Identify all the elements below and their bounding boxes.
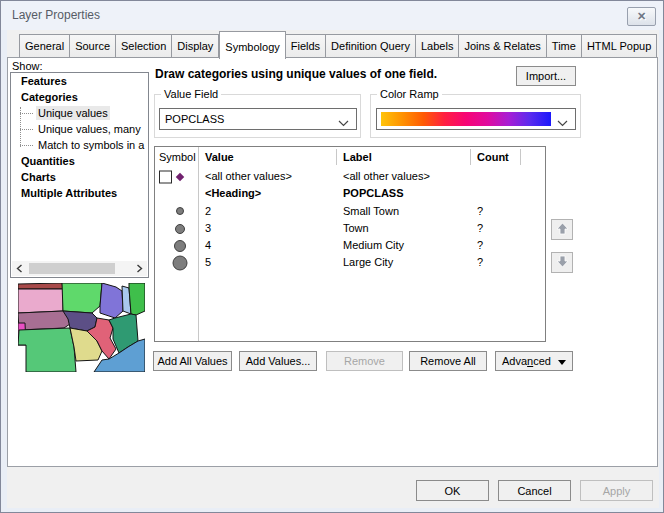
table-row[interactable]: <Heading>POPCLASS: [155, 185, 545, 202]
cell-count: ?: [477, 220, 483, 237]
tab-time[interactable]: Time: [547, 34, 582, 58]
table-row[interactable]: 4Medium City?: [155, 237, 545, 254]
table-row[interactable]: 5Large City?: [155, 254, 545, 271]
circle-symbol-icon: [173, 256, 188, 271]
tree-item-match-to-symbols-in-a[interactable]: Match to symbols in a: [11, 137, 148, 153]
tree-item-label: Match to symbols in a: [36, 138, 146, 152]
add-all-values-button[interactable]: Add All Values: [153, 351, 232, 371]
column-separator: [520, 149, 521, 165]
tree-item-label: Unique values, many: [36, 122, 143, 136]
cell-label: Small Town: [343, 203, 399, 220]
arrow-down-icon: [556, 255, 569, 270]
import-button[interactable]: Import...: [516, 66, 576, 86]
table-row[interactable]: <all other values><all other values>: [155, 168, 545, 185]
layer-preview-map: [18, 283, 145, 372]
cell-label: POPCLASS: [343, 185, 404, 202]
map-region-kansas: [18, 328, 76, 372]
unique-values-table[interactable]: SymbolValueLabelCount <all other values>…: [154, 146, 546, 342]
tab-symbology[interactable]: Symbology: [219, 31, 285, 59]
diamond-symbol-icon: [176, 172, 184, 180]
move-down-button[interactable]: [551, 252, 573, 273]
table-row[interactable]: 2Small Town?: [155, 203, 545, 220]
map-region-minnesota: [62, 283, 102, 313]
tab-joins-relates[interactable]: Joins & Relates: [459, 34, 546, 58]
scroll-left-icon[interactable]: [12, 261, 27, 276]
symbology-tab-page: Show: FeaturesCategoriesUnique valuesUni…: [7, 57, 658, 467]
column-header-count: Count: [477, 151, 509, 163]
tab-display[interactable]: Display: [172, 34, 219, 58]
color-ramp-gradient: [381, 112, 551, 126]
color-ramp-group: Color Ramp: [370, 94, 581, 138]
tree-item-label: Unique values: [36, 106, 110, 120]
cell-count: ?: [477, 237, 483, 254]
tab-fields[interactable]: Fields: [286, 34, 326, 58]
ok-button[interactable]: OK: [416, 480, 489, 501]
cell-value: 3: [205, 220, 211, 237]
tree-item-categories[interactable]: Categories: [11, 89, 148, 105]
tree-item-multiple-attributes[interactable]: Multiple Attributes: [11, 185, 148, 201]
show-tree-list[interactable]: FeaturesCategoriesUnique valuesUnique va…: [10, 72, 149, 278]
column-header-label: Label: [343, 151, 372, 163]
tree-item-unique-values-many[interactable]: Unique values, many: [11, 121, 148, 137]
tree-item-features[interactable]: Features: [11, 73, 148, 89]
cell-label: Town: [343, 220, 369, 237]
map-region-nebraska: [18, 311, 70, 330]
tree-item-label: Categories: [19, 90, 80, 104]
cell-count: ?: [477, 254, 483, 271]
value-field-group: Value Field POPCLASS: [154, 94, 361, 138]
advanced-button[interactable]: Advanced: [495, 351, 573, 371]
value-field-selected: POPCLASS: [160, 113, 356, 125]
tab-general[interactable]: General: [19, 34, 70, 58]
cell-label: <all other values>: [343, 168, 430, 185]
column-separator: [336, 149, 337, 165]
value-field-dropdown[interactable]: POPCLASS: [159, 108, 357, 130]
remove-all-button[interactable]: Remove All: [409, 351, 487, 371]
close-icon: ✕: [637, 10, 646, 23]
tree-item-label: Features: [19, 74, 69, 88]
map-region-north-dakota: [18, 283, 63, 289]
cell-value: 4: [205, 237, 211, 254]
map-region-south-dakota: [18, 289, 63, 313]
tab-labels[interactable]: Labels: [416, 34, 459, 58]
cell-value: <Heading>: [205, 185, 261, 202]
table-row[interactable]: 3Town?: [155, 220, 545, 237]
tree-horizontal-scrollbar[interactable]: [12, 261, 147, 276]
cell-label: Large City: [343, 254, 393, 271]
add-values-button[interactable]: Add Values...: [239, 351, 317, 371]
cell-count: ?: [477, 203, 483, 220]
all-other-values-checkbox[interactable]: [159, 170, 172, 183]
arrow-up-icon: [556, 222, 569, 237]
tree-item-charts[interactable]: Charts: [11, 169, 148, 185]
remove-button[interactable]: Remove: [326, 351, 403, 371]
move-up-button[interactable]: [551, 219, 573, 240]
tree-item-label: Charts: [19, 170, 58, 184]
tab-strip: GeneralSourceSelectionDisplaySymbologyFi…: [19, 34, 657, 58]
column-header-symbol: Symbol: [159, 151, 196, 163]
map-region-michigan: [129, 283, 145, 315]
tree-item-quantities[interactable]: Quantities: [11, 153, 148, 169]
column-header-value: Value: [205, 151, 234, 163]
cancel-button[interactable]: Cancel: [498, 480, 571, 501]
circle-symbol-icon: [176, 207, 184, 215]
apply-button[interactable]: Apply: [580, 480, 653, 501]
layer-properties-dialog: Layer Properties ✕ GeneralSourceSelectio…: [0, 0, 664, 513]
title-bar[interactable]: Layer Properties ✕: [1, 1, 663, 30]
tree-item-unique-values[interactable]: Unique values: [11, 105, 148, 121]
menu-arrow-icon: [558, 355, 566, 367]
circle-symbol-icon: [174, 240, 186, 252]
tab-html-popup[interactable]: HTML Popup: [582, 34, 657, 58]
scroll-right-icon[interactable]: [132, 261, 147, 276]
tree-item-label: Multiple Attributes: [19, 186, 119, 200]
tree-item-label: Quantities: [19, 154, 77, 168]
tab-selection[interactable]: Selection: [116, 34, 172, 58]
tab-definition-query[interactable]: Definition Query: [326, 34, 416, 58]
column-separator: [470, 149, 471, 165]
value-field-label: Value Field: [161, 88, 221, 100]
color-ramp-dropdown[interactable]: [376, 108, 576, 130]
map-region-wisconsin: [100, 283, 123, 318]
cell-value: <all other values>: [205, 168, 292, 185]
close-button[interactable]: ✕: [627, 7, 656, 26]
tab-source[interactable]: Source: [70, 34, 116, 58]
scrollbar-thumb[interactable]: [29, 263, 115, 274]
cell-value: 5: [205, 254, 211, 271]
